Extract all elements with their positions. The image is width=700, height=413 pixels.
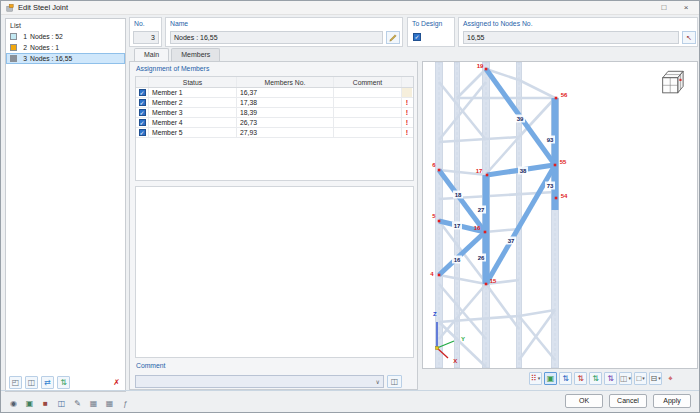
svg-text:38: 38 [520, 168, 527, 174]
member-checkbox[interactable]: ✓ [139, 129, 146, 136]
list-header: List [6, 19, 125, 31]
ok-button[interactable]: OK [565, 394, 603, 408]
name-group: Name Nodes : 16,55 [165, 17, 403, 47]
section-title: Assignment of Members [136, 65, 209, 72]
table-view-button[interactable]: ▦ [87, 397, 100, 410]
member-checkbox[interactable]: ✓ [139, 119, 146, 126]
list-item[interactable]: 3Nodes : 16,55 [6, 53, 125, 64]
edit-steel-joint-dialog: Edit Steel Joint □ × List 1Nodes : 522No… [0, 0, 700, 413]
member-checkbox[interactable]: ✓ [139, 89, 146, 96]
member-warning-cell: ! [402, 108, 412, 117]
dropdown-caret-icon: ▾ [629, 376, 632, 381]
function-button[interactable]: ƒ [119, 397, 132, 410]
list-item[interactable]: 2Nodes : 1 [6, 42, 125, 53]
graphic-settings-button[interactable]: ▣ [23, 397, 36, 410]
svg-text:17: 17 [476, 168, 483, 174]
member-checkbox[interactable]: ✓ [139, 99, 146, 106]
zoom-select-button[interactable]: ⌖ [664, 372, 677, 385]
member-comment-cell [334, 108, 402, 117]
print-button[interactable]: ⊟▾ [649, 372, 662, 385]
member-comment-cell [334, 128, 402, 137]
table-row[interactable]: ✓Member 116,37 [136, 88, 413, 98]
list-toolbar: ◰◫⇄⇅✗ [9, 376, 123, 389]
pick-nodes-button[interactable]: ↖ [682, 31, 696, 44]
member-checkbox[interactable]: ✓ [139, 109, 146, 116]
table-row[interactable]: ✓Member 217,38! [136, 98, 413, 108]
to-design-checkbox[interactable]: ✓ [413, 33, 421, 41]
table-view-2-button[interactable]: ▦ [103, 397, 116, 410]
table-row[interactable]: ✓Member 426,73! [136, 118, 413, 128]
print-icon: ⊟ [650, 375, 657, 383]
list-item[interactable]: 1Nodes : 52 [6, 31, 125, 42]
table-header-row: Status Members No. Comment [136, 77, 413, 88]
numbering-members-button[interactable]: ⇅ [574, 372, 587, 385]
table-row[interactable]: ✓Member 527,93! [136, 128, 413, 138]
snap-grid-button[interactable]: ⠿▾ [529, 372, 542, 385]
copy-comment-button[interactable]: ◫ [387, 375, 402, 388]
warning-icon: ! [406, 119, 408, 126]
header-warning-column [402, 77, 412, 87]
dropdown-caret-icon: ▾ [642, 376, 645, 381]
edit-name-button[interactable] [386, 31, 400, 44]
copy-joint-button[interactable]: ◫ [25, 376, 38, 389]
to-design-label: To Design [412, 20, 442, 27]
dropdown-caret-icon: ▾ [538, 376, 541, 381]
numbering-all-icon: ⇅ [607, 375, 614, 383]
numbering-sections-icon: ⇅ [592, 375, 599, 383]
edit-mode-button[interactable]: ✎ [71, 397, 84, 410]
details-icon: ◉ [10, 400, 17, 408]
header-checkbox-column [136, 77, 149, 87]
titlebar[interactable]: Edit Steel Joint □ × [1, 1, 699, 15]
cancel-button[interactable]: Cancel [609, 394, 647, 408]
isometric-view-button[interactable]: □▾ [634, 372, 647, 385]
table-row[interactable]: ✓Member 318,39! [136, 108, 413, 118]
details-button[interactable]: ◉ [7, 397, 20, 410]
tab-members[interactable]: Members [171, 48, 220, 62]
svg-text:93: 93 [547, 137, 554, 143]
recalculate-joint-button[interactable]: ⇅ [57, 376, 70, 389]
svg-text:27: 27 [478, 207, 485, 213]
member-warning-cell: ! [402, 128, 412, 137]
maximize-button[interactable]: □ [653, 1, 675, 14]
table-view-2-icon: ▦ [106, 400, 114, 408]
member-status-cell: Member 3 [149, 108, 237, 117]
model-viewport[interactable]: 2726937317161838393719566175554516154ZYX [422, 61, 698, 369]
warning-icon: ! [406, 99, 408, 106]
render-mode-button[interactable]: ▣ [544, 372, 557, 385]
member-warning-cell: ! [402, 98, 412, 107]
close-button[interactable]: × [675, 1, 697, 14]
display-options-button[interactable]: ◫ [55, 397, 68, 410]
view-options-button[interactable]: ◫▾ [619, 372, 632, 385]
numbering-all-button[interactable]: ⇅ [604, 372, 617, 385]
chevron-down-icon[interactable]: ∨ [376, 378, 380, 385]
svg-text:39: 39 [517, 116, 524, 122]
main-tab-content: Assignment of Members Status Members No.… [129, 61, 418, 390]
color-swatch-button[interactable]: ■ [39, 397, 52, 410]
apply-button[interactable]: Apply [653, 394, 691, 408]
table-view-icon: ▦ [90, 400, 98, 408]
member-numbers-cell: 18,39 [237, 108, 334, 117]
display-options-icon: ◫ [58, 400, 66, 408]
member-comment-cell [334, 118, 402, 127]
list-item-index: 3 [20, 55, 27, 62]
member-status-cell: Member 1 [149, 88, 237, 97]
copy-joint-icon: ◫ [28, 379, 36, 387]
comment-combobox[interactable]: ∨ [135, 375, 384, 388]
number-group: No. 3 [129, 17, 162, 47]
list-item-label: Nodes : 1 [30, 44, 59, 51]
pencil-icon [389, 34, 397, 42]
check-joint-button[interactable]: ⇄ [41, 376, 54, 389]
edit-mode-icon: ✎ [74, 400, 81, 408]
no-value: 3 [133, 31, 159, 44]
new-joint-button[interactable]: ◰ [9, 376, 22, 389]
name-input[interactable]: Nodes : 16,55 [170, 31, 383, 44]
navigation-cube-icon[interactable] [659, 67, 689, 95]
numbering-sections-button[interactable]: ⇅ [589, 372, 602, 385]
delete-joint-button[interactable]: ✗ [110, 376, 123, 389]
assigned-nodes-input[interactable]: 16,55 [463, 31, 679, 44]
numbering-nodes-button[interactable]: ⇅ [559, 372, 572, 385]
to-design-group: To Design ✓ [407, 17, 455, 47]
dialog-footer-toolbar: ◉▣■◫✎▦▦ƒ [7, 397, 132, 410]
member-comment-cell [334, 88, 402, 97]
svg-text:56: 56 [561, 92, 568, 98]
